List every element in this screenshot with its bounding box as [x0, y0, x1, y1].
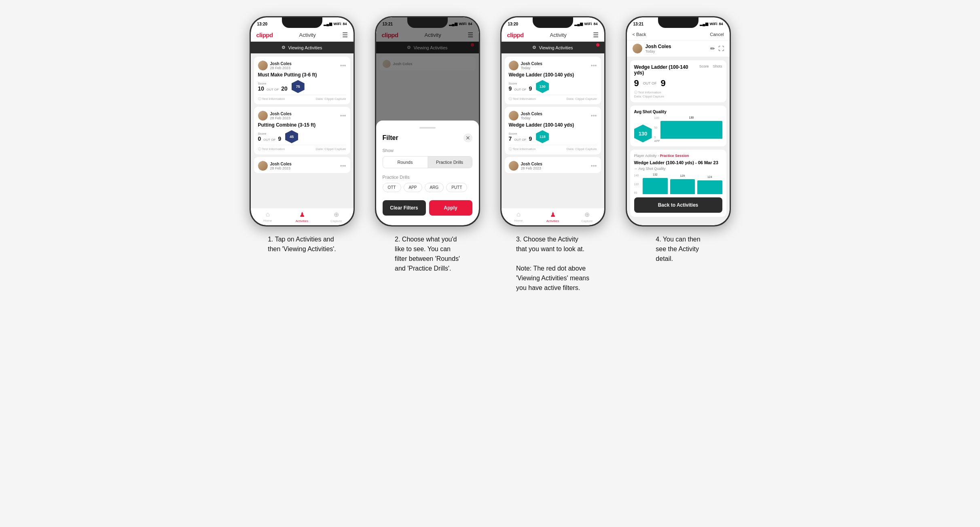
- y-50: 50: [654, 126, 659, 129]
- activity-card-1-2[interactable]: Josh Coles 28 Feb 2023 ••• Putting Combi…: [254, 107, 350, 155]
- data-clippd-4: Data: Clippd Capture: [634, 95, 722, 98]
- user-info-3-2: Josh Coles Today: [509, 111, 542, 121]
- avatar-3-2: [509, 111, 519, 121]
- detail-content-4: Wedge Ladder (100-140 yds) Score Shots 9…: [627, 57, 730, 225]
- back-to-activities-btn-4[interactable]: Back to Activities: [634, 197, 722, 213]
- filter-pill-arg-2[interactable]: ARG: [425, 183, 444, 192]
- user-info-3-1: Josh Coles Today: [509, 61, 542, 70]
- capture-label-1: Capture: [330, 219, 342, 223]
- viewing-label-1: Viewing Activities: [288, 45, 322, 50]
- filter-tab-rounds-2[interactable]: Rounds: [383, 157, 428, 168]
- user-name-3-1: Josh Coles: [521, 61, 542, 66]
- user-text-1-2: Josh Coles 28 Feb 2023: [270, 112, 292, 120]
- activity-card-1-1[interactable]: Josh Coles 28 Feb 2023 ••• Must Make Put…: [254, 57, 350, 104]
- time-4: 13:21: [633, 22, 644, 26]
- wifi-icon-1: WiFi: [334, 22, 341, 26]
- top-nav-1: clippd Activity ☰: [251, 29, 353, 42]
- battery-icon-1: 84: [343, 22, 347, 26]
- phone-4-frame: 13:21 ▂▄▆ WiFi 84 < Back Cancel: [626, 16, 731, 226]
- user-text-1-3: Josh Coles 28 Feb 2023: [270, 162, 292, 170]
- filter-icon-3: ⚙: [532, 45, 536, 50]
- nav-activities-1[interactable]: ♟ Activities: [285, 211, 319, 223]
- back-btn-4[interactable]: < Back: [633, 32, 646, 37]
- detail-shots-label-4: Shots: [713, 64, 722, 76]
- stats-line-3-1: 9 OUT OF 9: [509, 85, 532, 92]
- y-100: 100: [654, 116, 659, 119]
- activity-title-1-2: Putting Combine (3-15 ft): [258, 122, 346, 128]
- activities-icon-3: ♟: [550, 211, 556, 218]
- caption-text-1: 1. Tap on Activities and then 'Viewing A…: [268, 236, 336, 252]
- phone-3-notch: [533, 17, 573, 28]
- drill-bar-label-2-4: 129: [680, 174, 685, 177]
- filter-actions-2: Clear Filters Apply: [383, 200, 472, 216]
- battery-icon-3: 84: [593, 22, 597, 26]
- nav-home-3[interactable]: ⌂ Home: [502, 211, 536, 223]
- avatar-3-1: [509, 61, 519, 70]
- activity-card-3-3[interactable]: Josh Coles 28 Feb 2023 •••: [505, 157, 601, 173]
- nav-capture-3[interactable]: ⊕ Capture: [570, 211, 604, 223]
- viewing-activities-bar-3[interactable]: ⚙ Viewing Activities: [502, 42, 604, 53]
- stats-row-1-1: Score 10 OUT OF 20 75: [258, 80, 346, 93]
- user-name-3-2: Josh Coles: [521, 112, 542, 116]
- detail-user-bar-4: Josh Coles Today ✏ ⛶: [627, 40, 730, 57]
- apply-btn-2[interactable]: Apply: [429, 200, 472, 216]
- detail-user-date-4: Today: [646, 49, 671, 53]
- card-footer-1-1: ⓘ Test Information Data: Clippd Capture: [258, 95, 346, 101]
- footer-left-1-1: ⓘ Test Information: [258, 97, 285, 101]
- user-date-1-1: 28 Feb 2023: [270, 66, 292, 70]
- dots-1-1[interactable]: •••: [340, 63, 346, 68]
- dots-1-3[interactable]: •••: [340, 163, 346, 169]
- expand-icon-4[interactable]: ⛶: [718, 45, 724, 52]
- nav-home-1[interactable]: ⌂ Home: [251, 211, 285, 223]
- filter-tab-practice-2[interactable]: Practice Drills: [428, 157, 472, 168]
- stats-line-1-2: 0 OUT OF 9: [258, 135, 282, 142]
- filter-sheet-2: Filter ✕ Show Rounds Practice Drills Pra…: [376, 121, 479, 225]
- phone-1-frame: 13:20 ▂▄▆ WiFi 84 clippd Activity ☰ ⚙: [250, 16, 355, 226]
- menu-icon-1[interactable]: ☰: [342, 31, 348, 39]
- clear-filters-btn-2[interactable]: Clear Filters: [383, 200, 426, 216]
- detail-shots-val-4: 9: [661, 78, 666, 89]
- detail-user-name-4: Josh Coles: [646, 44, 671, 49]
- user-text-3-2: Josh Coles Today: [521, 112, 542, 120]
- filter-pill-putt-2[interactable]: PUTT: [446, 183, 467, 192]
- dots-3-3[interactable]: •••: [591, 163, 597, 169]
- filter-close-btn-2[interactable]: ✕: [464, 133, 472, 142]
- phone-4-screen: 13:21 ▂▄▆ WiFi 84 < Back Cancel: [627, 17, 730, 225]
- nav-activities-3[interactable]: ♟ Activities: [536, 211, 570, 223]
- detail-title-row-4: Wedge Ladder (100-140 yds) Score Shots: [634, 64, 722, 76]
- drill-y-60: 60: [634, 191, 639, 194]
- dots-1-2[interactable]: •••: [340, 113, 346, 119]
- home-label-3: Home: [514, 219, 523, 222]
- filter-tabs-2: Rounds Practice Drills: [383, 156, 472, 168]
- dots-3-1[interactable]: •••: [591, 63, 597, 68]
- card-header-1-1: Josh Coles 28 Feb 2023 •••: [258, 61, 346, 70]
- card-header-1-2: Josh Coles 28 Feb 2023 •••: [258, 111, 346, 121]
- drill-bar-3-4: 124: [697, 180, 722, 194]
- activity-card-3-1[interactable]: Josh Coles Today ••• Wedge Ladder (100-1…: [505, 57, 601, 104]
- activity-card-1-3[interactable]: Josh Coles 28 Feb 2023 •••: [254, 157, 350, 173]
- filter-pill-app-2[interactable]: APP: [404, 183, 422, 192]
- viewing-activities-bar-1[interactable]: ⚙ Viewing Activities: [251, 42, 353, 53]
- phone-3-screen: 13:20 ▂▄▆ WiFi 84 clippd Activity ☰ ⚙: [502, 17, 604, 225]
- score-val-1-2: 0: [258, 135, 261, 142]
- activities-icon-1: ♟: [299, 211, 305, 218]
- cancel-btn-4[interactable]: Cancel: [710, 32, 724, 37]
- footer-left-3-1: ⓘ Test Information: [509, 97, 536, 101]
- red-dot-3: [596, 43, 599, 47]
- shots-val-1-1: 20: [281, 85, 288, 92]
- avatar-1-2: [258, 111, 268, 121]
- phone-1-screen: 13:20 ▂▄▆ WiFi 84 clippd Activity ☰ ⚙: [251, 17, 353, 225]
- avatar-4: [633, 44, 642, 53]
- dots-3-2[interactable]: •••: [591, 113, 597, 119]
- footer-right-3-1: Data: Clippd Capture: [567, 97, 597, 101]
- menu-icon-3[interactable]: ☰: [593, 31, 599, 39]
- filter-pill-ott-2[interactable]: OTT: [383, 183, 401, 192]
- home-icon-1: ⌂: [266, 211, 270, 218]
- edit-icon-4[interactable]: ✏: [710, 45, 715, 52]
- detail-score-label-4: Score: [699, 64, 709, 76]
- shot-quality-hex-1-1: 75: [292, 80, 305, 93]
- caption-4: 4. You can then see the Activity detail.: [656, 235, 700, 264]
- activity-card-3-2[interactable]: Josh Coles Today ••• Wedge Ladder (100-1…: [505, 107, 601, 155]
- drill-bar-2-4: 129: [670, 179, 695, 194]
- nav-capture-1[interactable]: ⊕ Capture: [319, 211, 353, 223]
